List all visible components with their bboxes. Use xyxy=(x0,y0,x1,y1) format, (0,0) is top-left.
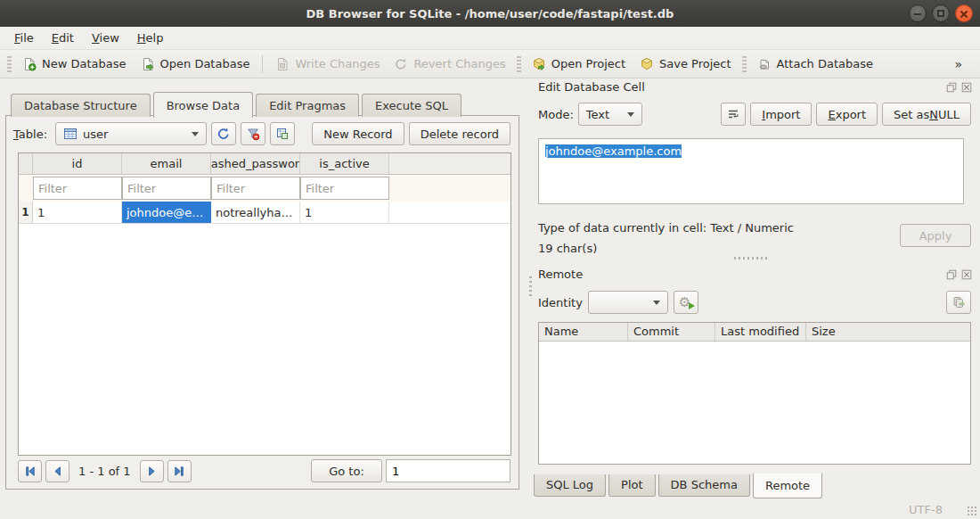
word-wrap-button[interactable] xyxy=(721,103,746,126)
resize-grip[interactable] xyxy=(967,506,977,516)
remote-dock-buttons xyxy=(945,268,973,281)
title-bar[interactable]: DB Browser for SQLite - /home/user/code/… xyxy=(0,0,980,27)
new-database-icon xyxy=(22,57,37,71)
cell-email-selected[interactable]: johndoe@e… xyxy=(122,202,211,223)
delete-record-button[interactable]: Delete record xyxy=(409,122,510,145)
window-title: DB Browser for SQLite - /home/user/code/… xyxy=(306,7,674,21)
new-database-button[interactable]: New Database xyxy=(15,54,134,75)
mode-label: Mode: xyxy=(538,108,574,121)
tab-sql-log[interactable]: SQL Log xyxy=(534,474,606,497)
filter-clear-icon xyxy=(246,127,260,141)
row-number[interactable]: 1 xyxy=(19,202,33,223)
column-header-email[interactable]: email xyxy=(122,153,211,174)
close-dock-icon[interactable] xyxy=(960,81,973,94)
minimize-button[interactable] xyxy=(909,4,927,22)
toolbar-drag-handle[interactable] xyxy=(517,56,521,72)
menu-help[interactable]: Help xyxy=(128,29,173,47)
grid-corner xyxy=(19,153,33,174)
close-button[interactable] xyxy=(955,4,973,22)
chevron-down-icon xyxy=(653,301,660,305)
previous-page-button[interactable] xyxy=(45,460,69,482)
tab-browse-data[interactable]: Browse Data xyxy=(153,92,254,118)
write-changes-icon xyxy=(275,57,290,71)
filter-input-email[interactable] xyxy=(122,177,211,200)
float-dock-icon[interactable] xyxy=(945,81,958,94)
pagination-bar: 1 - 1 of 1 Go to: xyxy=(18,458,510,483)
open-project-button[interactable]: Open Project xyxy=(525,54,633,75)
column-header-id[interactable]: id xyxy=(33,153,122,174)
encoding-indicator[interactable]: UTF-8 xyxy=(909,503,943,516)
first-page-button[interactable] xyxy=(18,460,42,482)
table-select[interactable]: user xyxy=(55,122,207,145)
cell-editor-textarea[interactable]: johndoe@example.com xyxy=(538,138,964,204)
import-button[interactable]: Import xyxy=(750,103,812,126)
open-database-button[interactable]: Open Database xyxy=(134,54,257,75)
cell-id[interactable]: 1 xyxy=(33,202,122,223)
save-results-button[interactable] xyxy=(270,122,295,145)
identity-settings-button[interactable]: ⚙ xyxy=(674,291,698,314)
clear-filters-button[interactable] xyxy=(241,122,265,145)
next-page-button[interactable] xyxy=(140,460,164,482)
remote-column-commit[interactable]: Commit xyxy=(628,323,715,341)
clone-database-icon xyxy=(951,295,966,309)
remote-column-size[interactable]: Size xyxy=(806,323,970,341)
export-button[interactable]: Export xyxy=(816,103,878,126)
open-database-icon xyxy=(141,57,155,71)
revert-changes-button: Revert Changes xyxy=(387,54,512,75)
toolbar-drag-handle[interactable] xyxy=(742,56,747,72)
close-dock-icon[interactable] xyxy=(960,268,973,281)
chevron-down-icon xyxy=(627,112,634,117)
identity-select[interactable] xyxy=(588,291,668,314)
filter-input-is-active[interactable] xyxy=(300,177,389,200)
save-project-button[interactable]: Save Project xyxy=(633,54,739,75)
menu-file[interactable]: File xyxy=(5,29,43,47)
refresh-button[interactable] xyxy=(211,122,236,145)
attach-database-button[interactable]: Attach Database xyxy=(750,54,880,75)
right-dock-area: Edit Database Cell Mode: Text Import Exp… xyxy=(520,78,980,499)
tab-db-schema[interactable]: DB Schema xyxy=(658,474,750,497)
last-page-button[interactable] xyxy=(167,460,192,482)
word-wrap-icon xyxy=(726,107,740,121)
float-dock-icon[interactable] xyxy=(945,268,958,281)
tab-edit-pragmas[interactable]: Edit Pragmas xyxy=(256,94,359,117)
remote-files-table: Name Commit Last modified Size xyxy=(538,322,971,465)
menu-view[interactable]: View xyxy=(83,29,128,47)
goto-button[interactable]: Go to: xyxy=(311,459,382,482)
toolbar-drag-handle[interactable] xyxy=(7,56,12,72)
set-as-null-button[interactable]: Set as NULL xyxy=(882,103,971,126)
grid-header-row: id email ashed_passwor is_active xyxy=(19,153,510,175)
save-project-icon xyxy=(640,57,654,71)
tab-execute-sql[interactable]: Execute SQL xyxy=(362,94,461,117)
chevron-down-icon xyxy=(192,132,199,136)
table-row: 1 1 johndoe@e… notreallyha… 1 xyxy=(19,202,510,224)
tab-database-structure[interactable]: Database Structure xyxy=(11,94,151,117)
browse-controls-row: Table: user New Record Delete record xyxy=(13,121,510,146)
remote-table-header: Name Commit Last modified Size xyxy=(539,323,970,342)
next-page-icon xyxy=(145,465,159,478)
mode-select[interactable]: Text xyxy=(578,103,642,126)
tab-remote[interactable]: Remote xyxy=(753,474,822,498)
table-select-value: user xyxy=(83,128,108,141)
maximize-button[interactable] xyxy=(932,4,950,22)
table-icon xyxy=(63,127,78,141)
panel-splitter-handle[interactable] xyxy=(529,276,532,296)
cell-is-active[interactable]: 1 xyxy=(300,202,389,223)
column-header-hashed-password[interactable]: ashed_passwor xyxy=(211,153,300,174)
remote-column-last-modified[interactable]: Last modified xyxy=(715,323,806,341)
status-bar: UTF-8 xyxy=(0,499,980,519)
data-grid: id email ashed_passwor is_active 1 1 joh… xyxy=(18,152,511,456)
edit-cell-mode-row: Mode: Text Import Export Set as NULL xyxy=(538,102,971,127)
new-record-button[interactable]: New Record xyxy=(312,122,404,145)
remote-column-name[interactable]: Name xyxy=(539,323,628,341)
cell-hashed-password[interactable]: notreallyha… xyxy=(211,202,300,223)
filter-input-hashed-password[interactable] xyxy=(211,177,300,200)
goto-input[interactable] xyxy=(386,459,510,482)
tab-plot[interactable]: Plot xyxy=(608,474,656,497)
edit-cell-dock-title: Edit Database Cell xyxy=(538,80,645,94)
column-header-is-active[interactable]: is_active xyxy=(300,153,389,174)
filter-input-id[interactable] xyxy=(33,177,122,200)
toolbar-overflow-button[interactable]: » xyxy=(949,55,968,73)
menu-edit[interactable]: Edit xyxy=(43,29,83,47)
selected-cell-text: johndoe@example.com xyxy=(545,144,682,158)
dock-splitter-handle[interactable] xyxy=(734,257,770,260)
